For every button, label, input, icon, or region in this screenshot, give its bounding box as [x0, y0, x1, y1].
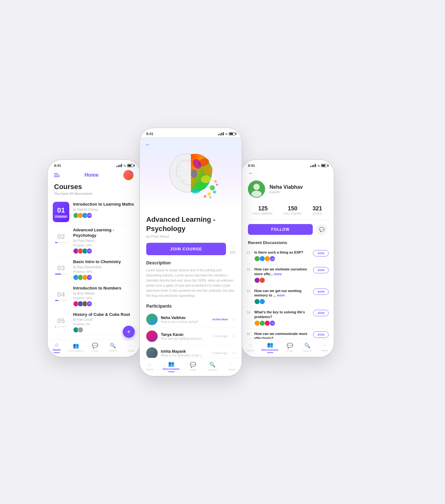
- disc-join-button-1[interactable]: JOIN: [313, 250, 329, 256]
- disc-more-2[interactable]: more: [274, 272, 282, 276]
- svg-point-12: [216, 184, 218, 186]
- more-icon: ···: [129, 343, 133, 349]
- signal-icon: [116, 164, 122, 167]
- progress-fill-2: [55, 242, 58, 243]
- disc-info-3: How can we get our working memory to ...…: [254, 289, 311, 305]
- discussions-icon-3: 👥: [267, 342, 273, 348]
- discussion-item-1[interactable]: 01 Is there such a thing as ESP? +20 JOI…: [247, 248, 329, 264]
- participant-item-3[interactable]: Ishita Mayank What is the definition of …: [146, 345, 235, 358]
- nav3-discussions[interactable]: 👥 Discussions: [262, 342, 278, 353]
- search-icon: 🔍: [110, 343, 116, 349]
- likes-label: LIKES: [312, 212, 322, 215]
- disc-info-5: How can we communicate more effectively?…: [254, 331, 311, 339]
- course-detail-author: by Priya Rahul: [146, 235, 235, 238]
- nav3-home[interactable]: ⌂ Home: [244, 343, 257, 352]
- progress-text-2: Progress: 20%: [73, 244, 135, 247]
- disc-join-button-4[interactable]: JOIN: [313, 310, 329, 316]
- progress-text-3: Progress: 50%: [73, 270, 135, 273]
- course-info-2: Advanced Learning - Psychology by Priya …: [73, 228, 135, 254]
- course-name-3: Basic Intro to Chemistry: [73, 259, 135, 265]
- status-time-1: 9:41: [54, 164, 61, 167]
- nav-home[interactable]: ⌂ Home: [50, 342, 63, 353]
- nav-more[interactable]: ··· More: [125, 343, 137, 352]
- signal-icon-3: [310, 164, 316, 167]
- course-item-6[interactable]: 06 Introduction to Linear Equations by M…: [53, 336, 135, 339]
- nav2-more[interactable]: ··· More: [225, 362, 238, 371]
- avatar-count-4: +5: [86, 301, 92, 307]
- progress-bar-3: [55, 274, 67, 275]
- course-num-4: 04: [57, 290, 65, 299]
- bottom-nav-3: ⌂ Home 👥 Discussions 💬 Chat 🔍 Search: [242, 339, 334, 357]
- discussion-item-5[interactable]: 05 How can we communicate more effective…: [247, 329, 329, 339]
- battery-icon-2: [229, 132, 235, 135]
- course-item-4[interactable]: 04 Introduction to Numbers by Aron Wendy…: [53, 283, 135, 310]
- menu-icon[interactable]: [54, 173, 60, 177]
- like-button[interactable]: ♡ 320: [230, 244, 235, 254]
- disc-num-3: 03: [247, 289, 252, 293]
- svg-point-6: [191, 169, 197, 178]
- course-num-box-2: 02: [53, 228, 69, 248]
- like-count: 320: [230, 251, 235, 254]
- back-button-2[interactable]: ←: [145, 141, 151, 148]
- nav2-chat[interactable]: 💬 Chat: [187, 362, 199, 371]
- home-icon: ⌂: [55, 342, 58, 348]
- discussion-item-4[interactable]: 04 What's the key to solving life's prob…: [247, 307, 329, 329]
- course-avatars-2: +2: [73, 248, 135, 254]
- nav-discussions[interactable]: 👥 Discussions: [68, 343, 84, 352]
- p1-header: Home 03: [48, 169, 140, 183]
- participants-title: Participants: [146, 303, 235, 309]
- progress-text-5: Progress: 0%: [73, 323, 135, 326]
- svg-point-11: [214, 180, 217, 183]
- discussion-item-2[interactable]: 02 How can we motivate ourselves more ef…: [247, 264, 329, 286]
- battery-icon-3: [321, 164, 327, 167]
- discussion-item-3[interactable]: 03 How can we get our working memory to …: [247, 286, 329, 308]
- avatar-count-2: +2: [86, 248, 92, 254]
- course-name-5: History of Cube & Cube Root: [73, 312, 135, 317]
- follow-button[interactable]: FOLLOW: [248, 224, 313, 235]
- disc-join-button-2[interactable]: JOIN: [313, 267, 329, 273]
- nav-chat[interactable]: 💬 Chat: [89, 343, 101, 352]
- wifi-icon-3: ∿: [317, 164, 320, 167]
- course-num-1: 01: [57, 206, 65, 215]
- chat-bubble-icon-1: ○: [232, 317, 235, 322]
- nav2-search-label: Search: [208, 368, 217, 371]
- nav3-chat[interactable]: 💬 Chat: [284, 343, 296, 352]
- disc-title-1: Is there such a thing as ESP?: [254, 250, 311, 255]
- nav-search[interactable]: 🔍 Search: [106, 343, 119, 352]
- status-time-3: 9:41: [248, 164, 255, 167]
- participant-msg-2: How are you getting along with...: [161, 337, 205, 340]
- progress-text-4: Progress: 30%: [73, 296, 135, 300]
- add-button[interactable]: +: [123, 326, 135, 338]
- nav2-home[interactable]: ⌂ Home: [143, 362, 156, 371]
- disc-join-button-3[interactable]: JOIN: [313, 289, 329, 295]
- message-button[interactable]: 💬: [316, 224, 327, 235]
- svg-point-15: [253, 184, 260, 190]
- progress-fill-4: [55, 300, 58, 301]
- nav3-chat-label: Chat: [287, 349, 293, 352]
- join-course-button[interactable]: JOIN COURSE: [146, 243, 226, 255]
- nav3-search[interactable]: 🔍 Search: [301, 343, 314, 352]
- nav3-more[interactable]: ··· More: [318, 343, 331, 352]
- course-item-2[interactable]: 02 Advanced Learning - Psychology by Pri…: [53, 225, 135, 257]
- course-num-box-5: 05: [53, 312, 69, 332]
- nav2-discussions[interactable]: 👥 Discussions: [163, 361, 180, 372]
- profile-avatar: [248, 180, 265, 198]
- participant-item-2[interactable]: Tanya Karan How are you getting along wi…: [146, 328, 235, 345]
- course-item-1[interactable]: 01 Completed Introduction to Learning Ma…: [53, 199, 135, 225]
- nav2-search[interactable]: 🔍 Search: [206, 362, 219, 371]
- message-icon: 💬: [319, 227, 325, 232]
- disc-more-3[interactable]: more: [277, 294, 285, 297]
- profile-role: Expert: [270, 190, 303, 194]
- disc-join-button-5[interactable]: JOIN: [313, 331, 329, 338]
- disc-title-4: What's the key to solving life's problem…: [254, 310, 311, 319]
- search-icon-3: 🔍: [304, 343, 311, 349]
- back-button-3[interactable]: ←: [242, 169, 334, 179]
- phone-home: 9:41 ∿: [48, 160, 140, 357]
- user-avatar[interactable]: 03: [123, 170, 134, 180]
- course-item-3[interactable]: 03 Basic Intro to Chemistry by Byju Rave…: [53, 257, 135, 283]
- participant-item-1[interactable]: Neha Vaibhav How is your course going? A…: [146, 311, 235, 328]
- course-num-box-3: 03: [53, 259, 69, 280]
- disc-num-5: 05: [247, 332, 252, 336]
- disc-title-2: How can we motivate ourselves more effe.…: [254, 267, 311, 276]
- phone-notch-2: [172, 128, 210, 136]
